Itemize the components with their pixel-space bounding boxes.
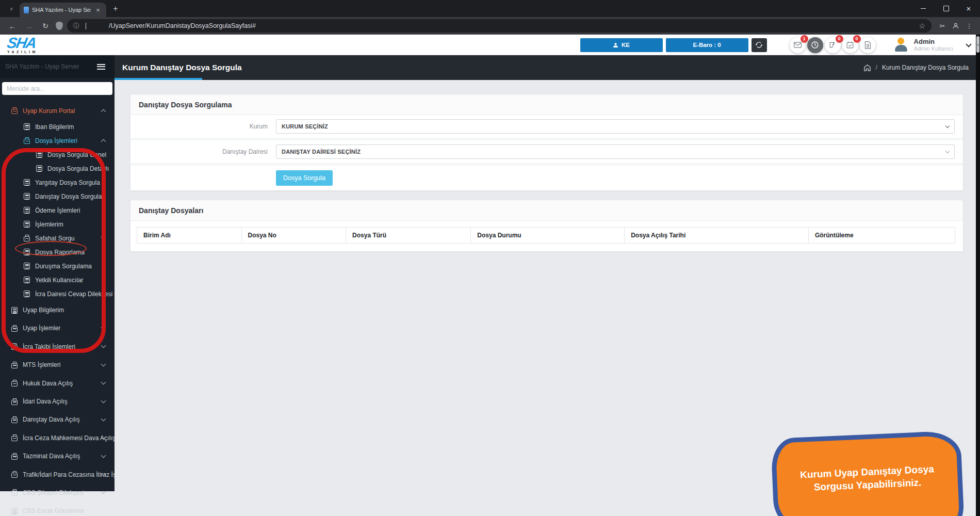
sidebar-item-cbs-sikayet-dilekcesi[interactable]: CBS Şikayet Dilekçesi bbox=[0, 483, 115, 502]
refresh-button[interactable] bbox=[752, 38, 767, 52]
sidebar-item-danistay-dava-acilis[interactable]: Danıştay Dava Açılış bbox=[0, 411, 115, 429]
tab-close-icon[interactable] bbox=[94, 6, 102, 14]
chevron-down-icon bbox=[101, 325, 106, 330]
sidebar-item-uyap-islemler[interactable]: Uyap İşlemler bbox=[0, 319, 115, 337]
messages-badge: 1 bbox=[801, 35, 808, 43]
tab-title: SHA Yazılım - Uyap Server bbox=[32, 7, 91, 13]
column-birim-adi: Birim Adı bbox=[137, 227, 242, 244]
browser-menu-icon[interactable] bbox=[962, 19, 976, 33]
chevron-down-icon bbox=[101, 380, 106, 385]
sidebar-item-icra-takibi-islemleri[interactable]: İcra Takibi İşlemleri bbox=[0, 337, 115, 356]
messages-button[interactable]: 1 bbox=[790, 37, 806, 53]
sidebar-item-islemlerim[interactable]: İşlemlerim bbox=[0, 217, 115, 231]
document-icon bbox=[24, 123, 30, 130]
column-dosya-turu: Dosya Türü bbox=[346, 227, 471, 244]
daire-row: Danıştay Dairesi DANIŞTAY DAİRESİ SEÇİNİ… bbox=[130, 140, 963, 163]
extensions-icon[interactable] bbox=[936, 19, 949, 33]
printer-icon bbox=[11, 363, 18, 368]
sidebar-item-yargitay-dosya-sorgula[interactable]: Yargıtay Dosya Sorgula bbox=[0, 175, 115, 189]
breadcrumb-current: Kurum Danıştay Dosya Sorgula bbox=[882, 64, 969, 71]
chevron-down-icon bbox=[101, 489, 106, 494]
user-role: Admin Kullanıcı bbox=[914, 45, 953, 52]
sidebar-item-uyap-bilgilerim[interactable]: Uyap Bilgilerim bbox=[0, 301, 115, 319]
page-scrollbar[interactable] bbox=[976, 35, 980, 516]
browser-tab[interactable]: SHA Yazılım - Uyap Server bbox=[20, 3, 106, 17]
site-info-icon[interactable] bbox=[73, 22, 79, 30]
tasks-button[interactable]: 0 bbox=[842, 37, 858, 53]
document-icon bbox=[36, 151, 42, 158]
document-icon bbox=[864, 41, 871, 49]
hamburger-menu-icon[interactable] bbox=[97, 64, 105, 70]
bookmark-star-icon[interactable] bbox=[919, 21, 925, 30]
chevron-down-icon bbox=[945, 123, 950, 127]
reload-icon[interactable] bbox=[39, 19, 52, 33]
notes-badge: 0 bbox=[836, 35, 843, 43]
shield-extension-icon[interactable] bbox=[56, 22, 63, 30]
user-menu[interactable]: Admin Admin Kullanıcı bbox=[893, 38, 973, 52]
sidebar-item-safahat-sorgu[interactable]: Safahat Sorgu bbox=[0, 231, 115, 245]
history-button[interactable] bbox=[807, 37, 823, 53]
tab-favicon-icon bbox=[24, 7, 29, 13]
printer-icon bbox=[11, 381, 18, 386]
window-maximize-button[interactable] bbox=[935, 0, 957, 17]
info-callout: Kurum Uyap Danıştay Dosya Sorgusu Yapabi… bbox=[771, 430, 965, 516]
url-text: /UyapServer/KurumDanistayDosyaSorgulaSay… bbox=[109, 22, 256, 29]
chevron-up-icon bbox=[101, 109, 106, 114]
home-icon[interactable] bbox=[863, 64, 871, 72]
app-header: SHA YAZILIM KE E-Baro : 0 1 0 bbox=[0, 35, 980, 55]
sidebar-item-uyap-kurum-portal[interactable]: Uyap Kurum Portal bbox=[0, 102, 115, 120]
user-ke-button[interactable]: KE bbox=[580, 38, 663, 52]
sidebar-item-dosya-islemleri[interactable]: Dosya İşlemleri bbox=[0, 134, 115, 148]
sidebar-item-iban-bilgilerim[interactable]: Iban Bilgilerim bbox=[0, 120, 115, 134]
chevron-down-icon bbox=[966, 41, 971, 47]
column-dosya-acilis-tarihi: Dosya Açılış Tarihi bbox=[624, 227, 809, 244]
sidebar-item-trafik-idari-para-cezasina-itiraz[interactable]: Trafik/İdari Para Cezasına İtiraz İşleml… bbox=[0, 465, 115, 483]
window-close-button[interactable] bbox=[957, 0, 980, 17]
sidebar-item-tazminat-dava-acilis[interactable]: Tazminat Dava Açılış bbox=[0, 447, 115, 465]
sidebar-item-danistay-dosya-sorgula[interactable]: Danıştay Dosya Sorgula bbox=[0, 189, 115, 203]
printer-icon bbox=[11, 400, 18, 405]
dosya-sorgula-button[interactable]: Dosya Sorgula bbox=[276, 170, 333, 186]
sidebar-item-hukuk-dava-acilis[interactable]: Hukuk Dava Açılış bbox=[0, 374, 115, 392]
chevron-down-icon bbox=[945, 149, 950, 153]
sidebar-item-yetkili-kullanicilar[interactable]: Yetkili Kullanıcılar bbox=[0, 273, 115, 287]
tab-search-icon[interactable] bbox=[5, 3, 18, 15]
ebaro-button[interactable]: E-Baro : 0 bbox=[666, 38, 748, 52]
profile-icon[interactable] bbox=[949, 19, 962, 33]
chevron-down-icon bbox=[101, 453, 106, 458]
printer-icon bbox=[11, 491, 18, 496]
sidebar-item-dosya-raporlama[interactable]: Dosya Raporlama bbox=[0, 245, 115, 259]
new-tab-button[interactable] bbox=[109, 3, 122, 15]
window-minimize-button[interactable] bbox=[912, 0, 935, 17]
notes-button[interactable]: 0 bbox=[825, 37, 841, 53]
page-title: Kurum Danıştay Dosya Sorgula bbox=[122, 63, 242, 72]
sidebar-item-icra-ceza-mahkemesi-dava-acilis[interactable]: İcra Ceza Mahkemesi Dava Açılış bbox=[0, 429, 115, 447]
documents-button[interactable] bbox=[860, 37, 876, 53]
sidebar-item-dosya-sorgula-detayli[interactable]: Dosya Sorgula Detaylı bbox=[0, 162, 115, 175]
sidebar-item-cbs-evrak-gonderme[interactable]: CBS Evrak Gönderme bbox=[0, 502, 115, 516]
danistay-dairesi-select[interactable]: DANIŞTAY DAİRESİ SEÇİNİZ bbox=[276, 144, 955, 159]
sidebar-item-odeme-islemleri[interactable]: Ödeme İşlemleri bbox=[0, 203, 115, 217]
scrollbar-thumb[interactable] bbox=[976, 36, 979, 53]
sidebar-item-idari-dava-acilis[interactable]: İdari Dava Açılış bbox=[0, 392, 115, 410]
back-icon[interactable] bbox=[6, 19, 19, 33]
menu-search-input[interactable] bbox=[2, 82, 112, 95]
document-icon bbox=[24, 249, 30, 255]
sidebar-item-dosya-sorgula-genel[interactable]: Dosya Sorgula Genel bbox=[0, 148, 115, 162]
printer-icon bbox=[11, 418, 18, 423]
url-bar[interactable]: /UyapServer/KurumDanistayDosyaSorgulaSay… bbox=[67, 19, 932, 33]
chevron-down-icon bbox=[101, 361, 106, 366]
forward-icon[interactable] bbox=[22, 19, 36, 33]
kurum-select[interactable]: KURUM SEÇİNİZ bbox=[276, 119, 955, 134]
document-icon bbox=[24, 277, 30, 283]
tasks-badge: 0 bbox=[853, 35, 861, 43]
printer-icon bbox=[24, 139, 30, 144]
sidebar-item-icra-dairesi-cevap-dilekcesi[interactable]: İcra Dairesi Cevap Dilekçesi ... bbox=[0, 287, 115, 301]
printer-icon bbox=[11, 436, 18, 441]
sidebar-item-durusma-sorgulama[interactable]: Duruşma Sorgulama bbox=[0, 259, 115, 273]
printer-icon bbox=[11, 473, 18, 478]
clock-icon bbox=[811, 41, 819, 49]
sidebar-menu: Uyap Kurum Portal Iban Bilgilerim Dosya … bbox=[0, 102, 115, 516]
document-icon bbox=[24, 179, 30, 186]
sidebar-item-mts-islemleri[interactable]: MTS İşlemleri bbox=[0, 356, 115, 374]
